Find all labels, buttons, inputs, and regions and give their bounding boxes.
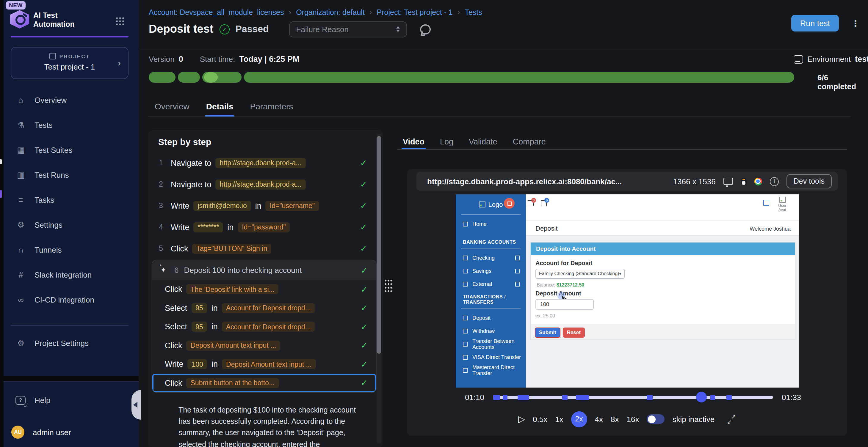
sidebar-collapse-handle[interactable] [131, 390, 141, 420]
edge-artifact [0, 159, 2, 164]
comment-icon[interactable] [420, 24, 431, 34]
embed-deposit-card: Deposit into Account Account for Deposit… [531, 243, 795, 339]
scrollbar-thumb[interactable] [377, 136, 381, 354]
chevron-down-icon: ▾ [619, 271, 621, 276]
start-time-label: Start time: [200, 55, 235, 64]
viewer-tab-compare[interactable]: Compare [513, 133, 546, 150]
speed-16x[interactable]: 16x [627, 415, 639, 423]
sidebar-item-ci-cd-integration[interactable]: ∞CI-CD integration [4, 287, 138, 312]
environment-value: test [855, 55, 868, 64]
tab-details[interactable]: Details [206, 95, 234, 117]
step-row[interactable]: 1Navigate tohttp://stage.dbank.prod-a...… [155, 152, 369, 174]
notification-badge: 0 [531, 198, 536, 203]
sidebar-item-tunnels[interactable]: ∩Tunnels [4, 237, 138, 262]
embed-avatar-broken: User Avat [775, 197, 790, 212]
speed-1x[interactable]: 1x [555, 415, 563, 423]
sidebar-item-tasks[interactable]: ≡Tasks [4, 187, 138, 212]
video-frame[interactable]: Logo HomeBANKING ACCOUNTSCheckingSavings… [456, 194, 799, 387]
seek-bar[interactable] [493, 396, 773, 399]
embed-nav-item-checking: Checking [456, 251, 526, 265]
step-action: Click [165, 379, 182, 387]
step-row[interactable]: 3Writejsmith@demo.ioinId="username"✓ [155, 195, 369, 216]
sidebar-footer: ? Help AU admin user [4, 381, 138, 447]
speed-4x[interactable]: 4x [595, 415, 603, 423]
sidebar-item-settings[interactable]: ⚙Settings [4, 212, 138, 237]
step-row[interactable]: 4Write********inId="password"✓ [155, 216, 369, 238]
step-row[interactable]: 2Navigate tohttp://stage.dbank.prod-a...… [155, 174, 369, 195]
embed-nav-label: Mastercard Direct Transfer [472, 365, 526, 376]
sidebar-item-project-settings[interactable]: ⚙ Project Settings [4, 331, 138, 355]
failure-reason-select[interactable]: Failure Reason [289, 21, 407, 37]
total-time: 01:33 [782, 392, 806, 402]
breadcrumb-link[interactable]: Project: Test project - 1 [377, 8, 453, 16]
step-row-selected[interactable]: ClickSubmit button at the botto...✓ [152, 374, 376, 392]
embed-logo: Logo [489, 201, 503, 208]
viewer-tab-log[interactable]: Log [440, 133, 453, 150]
progress-step-marker [204, 72, 218, 82]
environment-label: Environment [807, 55, 851, 64]
panel-resize-handle[interactable] [384, 279, 392, 293]
checkbox-icon [463, 329, 468, 334]
viewer-tab-video[interactable]: Video [403, 133, 425, 150]
ci-cd-integration-icon: ∞ [16, 295, 26, 304]
check-icon: ✓ [360, 201, 367, 210]
sidebar-item-overview[interactable]: ⌂Overview [4, 88, 138, 112]
step-row[interactable]: 5ClickTag="BUTTON" Sign in✓ [155, 238, 369, 259]
tab-parameters[interactable]: Parameters [250, 95, 293, 117]
embed-nav-item-withdraw: Withdraw [456, 324, 526, 338]
steps-scrollbar[interactable] [377, 134, 381, 443]
step-group-header[interactable]: ✦ 6 Deposit 100 into checking account ✓ [152, 260, 376, 280]
info-icon[interactable]: i [770, 177, 779, 186]
help-button[interactable]: ? Help [4, 387, 138, 413]
project-selector[interactable]: PROJECT Test project - 1 › [11, 47, 128, 79]
broken-image-icon [479, 202, 486, 207]
sidebar-item-tests[interactable]: ⚗Tests [4, 112, 138, 137]
sidebar-item-test-runs[interactable]: ▥Test Runs [4, 162, 138, 187]
skip-inactive-toggle[interactable] [647, 414, 664, 424]
breadcrumb-link[interactable]: Account: Devspace_all_module_licenses [149, 8, 284, 16]
embed-nav-item-savings: Savings [456, 265, 526, 278]
step-locator-chip: Id="username" [266, 201, 319, 211]
checkbox-icon [463, 368, 468, 373]
kebab-menu-icon[interactable]: ⋮ [851, 18, 860, 29]
step-row[interactable]: ClickThe 'Deposit' link with a si...✓ [152, 280, 376, 299]
playhead[interactable] [696, 391, 707, 402]
speed-2x[interactable]: 2x [571, 411, 587, 427]
sidebar-divider [11, 325, 128, 326]
page-title: Deposit test [149, 23, 214, 36]
sidebar-section-gap [4, 376, 138, 381]
step-locator-chip: Submit button at the botto... [187, 378, 279, 388]
sidebar-item-slack-integration[interactable]: #Slack integration [4, 262, 138, 287]
apps-grid-icon[interactable] [116, 16, 124, 25]
viewer-tab-validate[interactable]: Validate [469, 133, 497, 150]
speed-0-5x[interactable]: 0.5x [533, 415, 547, 423]
step-row[interactable]: Write100inDeposit Amount text input ...✓ [152, 355, 376, 374]
step-row[interactable]: Select95inAccount for Deposit dropd...✓ [152, 317, 376, 336]
embed-nav-label: Withdraw [472, 328, 495, 334]
play-icon[interactable]: ▷ [518, 414, 525, 424]
dev-tools-button[interactable]: Dev tools [786, 174, 832, 188]
sidebar-item-label: CI-CD integration [34, 295, 94, 304]
timeline-marker [576, 394, 589, 400]
tab-overview[interactable]: Overview [155, 95, 189, 117]
fullscreen-icon[interactable] [727, 415, 736, 423]
user-menu[interactable]: AU admin user [4, 419, 146, 445]
progress-completed-text: 6/6 completed [817, 73, 868, 91]
video-url: http://stage.dbank.prod-apps.relicx.ai:8… [427, 177, 622, 186]
breadcrumb-link[interactable]: Tests [465, 8, 482, 16]
breadcrumb-link[interactable]: Organization: default [296, 8, 365, 16]
status-badge: Passed [236, 24, 269, 34]
step-action: Click [165, 341, 182, 350]
step-row[interactable]: ClickDeposit Amount text input ...✓ [152, 336, 376, 355]
check-icon: ✓ [361, 304, 368, 313]
sidebar-item-test-suites[interactable]: ▦Test Suites [4, 137, 138, 162]
version-value: 0 [179, 55, 183, 64]
run-test-button[interactable]: Run test [791, 15, 839, 32]
step-row[interactable]: Select95inAccount for Deposit dropd...✓ [152, 299, 376, 317]
speed-8x[interactable]: 8x [611, 415, 619, 423]
embed-account-value: Family Checking (Standard Checking) [539, 271, 619, 276]
progress-bar [149, 72, 794, 82]
step-locator-chip: Deposit Amount text input ... [222, 359, 316, 370]
step-number: 3 [155, 202, 163, 210]
help-label: Help [34, 396, 51, 405]
